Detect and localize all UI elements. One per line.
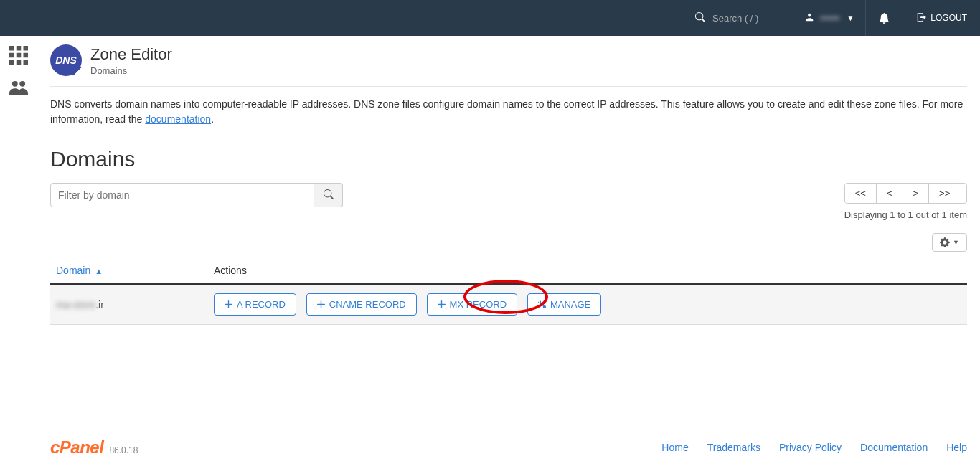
svg-rect-1 bbox=[16, 46, 21, 51]
add-mx-record-button[interactable]: MX RECORD bbox=[427, 293, 517, 316]
cpanel-logo: cPanel bbox=[50, 437, 103, 458]
pagination-next[interactable]: > bbox=[903, 184, 930, 203]
table-row: ma-store.ir A RECORD CNAME RECORD MX REC… bbox=[50, 284, 967, 325]
actions-cell: A RECORD CNAME RECORD MX RECORD MANAGE bbox=[208, 284, 967, 325]
page-header: DNS Zone Editor Domains bbox=[50, 44, 967, 87]
footer-link-privacy[interactable]: Privacy Policy bbox=[779, 442, 842, 453]
navbar: •••••• ▼ LOGOUT bbox=[0, 0, 980, 36]
sidebar-item-users[interactable] bbox=[9, 78, 28, 99]
page-description: DNS converts domain names into computer-… bbox=[50, 97, 967, 127]
pagination-first[interactable]: << bbox=[845, 184, 877, 203]
bell-icon bbox=[879, 13, 890, 24]
logout-icon bbox=[916, 12, 926, 24]
left-sidebar bbox=[0, 36, 37, 469]
table-settings-button[interactable]: ▼ bbox=[932, 233, 967, 252]
pagination-last[interactable]: >> bbox=[929, 184, 960, 203]
sidebar-item-apps[interactable] bbox=[9, 46, 28, 67]
manage-button[interactable]: MANAGE bbox=[527, 293, 601, 316]
footer-link-documentation[interactable]: Documentation bbox=[860, 442, 928, 453]
footer-link-trademarks[interactable]: Trademarks bbox=[707, 442, 760, 453]
notifications-button[interactable] bbox=[866, 0, 903, 36]
svg-rect-6 bbox=[9, 60, 14, 65]
svg-rect-3 bbox=[9, 53, 14, 58]
plus-icon bbox=[438, 300, 446, 308]
svg-point-9 bbox=[11, 81, 17, 87]
column-header-actions: Actions bbox=[208, 257, 967, 284]
add-cname-record-button[interactable]: CNAME RECORD bbox=[306, 293, 417, 316]
pagination-prev[interactable]: < bbox=[877, 184, 903, 203]
dns-icon: DNS bbox=[50, 44, 82, 76]
footer-links: Home Trademarks Privacy Policy Documenta… bbox=[661, 442, 967, 453]
svg-rect-7 bbox=[16, 60, 21, 65]
svg-rect-5 bbox=[23, 53, 28, 58]
pagination: << < > >> bbox=[844, 183, 967, 204]
sort-ascending-icon: ▲ bbox=[95, 267, 103, 275]
pagination-info: Displaying 1 to 1 out of 1 item bbox=[844, 209, 967, 220]
footer: cPanel 86.0.18 Home Trademarks Privacy P… bbox=[37, 426, 980, 469]
wrench-icon bbox=[538, 300, 546, 308]
search-icon bbox=[324, 189, 334, 199]
gear-icon bbox=[940, 237, 950, 247]
svg-rect-0 bbox=[9, 46, 14, 51]
svg-point-10 bbox=[19, 81, 25, 87]
svg-rect-8 bbox=[23, 60, 28, 65]
caret-down-icon: ▼ bbox=[953, 239, 959, 246]
user-menu[interactable]: •••••• ▼ bbox=[793, 0, 866, 36]
main-content: DNS Zone Editor Domains DNS converts dom… bbox=[37, 36, 980, 426]
footer-link-home[interactable]: Home bbox=[661, 442, 688, 453]
logout-button[interactable]: LOGOUT bbox=[903, 0, 980, 36]
svg-rect-4 bbox=[16, 53, 21, 58]
section-title: Domains bbox=[50, 147, 967, 171]
search-area bbox=[687, 0, 793, 36]
add-a-record-button[interactable]: A RECORD bbox=[214, 293, 296, 316]
search-input[interactable] bbox=[712, 13, 784, 24]
username-label: •••••• bbox=[820, 13, 839, 24]
filter-search-button[interactable] bbox=[314, 183, 343, 207]
domain-cell: ma-store.ir bbox=[50, 284, 208, 325]
user-icon bbox=[805, 12, 814, 24]
page-title: Zone Editor bbox=[90, 45, 172, 64]
page-subtitle: Domains bbox=[90, 65, 172, 76]
plus-icon bbox=[225, 300, 232, 308]
footer-link-help[interactable]: Help bbox=[946, 442, 967, 453]
caret-down-icon: ▼ bbox=[847, 14, 854, 22]
plus-icon bbox=[317, 300, 325, 308]
search-icon bbox=[695, 12, 705, 24]
column-header-domain[interactable]: Domain ▲ bbox=[50, 257, 208, 284]
logout-label: LOGOUT bbox=[930, 13, 967, 23]
documentation-link[interactable]: documentation bbox=[145, 113, 211, 125]
svg-rect-2 bbox=[23, 46, 28, 51]
filter-domain-input[interactable] bbox=[50, 183, 314, 207]
version-label: 86.0.18 bbox=[109, 445, 138, 455]
domains-table: Domain ▲ Actions ma-store.ir A RECORD C bbox=[50, 257, 967, 325]
